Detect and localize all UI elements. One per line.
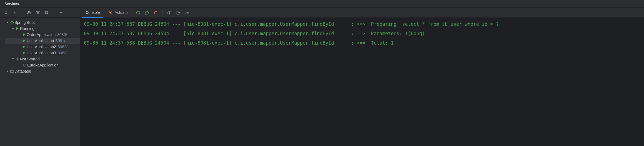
- collapse-all-button[interactable]: [12, 10, 18, 16]
- tree-label: Database: [14, 68, 31, 74]
- port-label: :8081/: [54, 38, 65, 44]
- console-output[interactable]: 09-30 11:24:37:587 DEBUG 24504 --- [nio-…: [80, 18, 644, 146]
- port-label: :8082/: [57, 44, 67, 50]
- panel-title: Services: [4, 2, 19, 6]
- titlebar: Services: [0, 0, 644, 8]
- chevron-down-icon: [11, 27, 15, 30]
- svg-point-3: [17, 58, 18, 60]
- tab-label: Console: [86, 10, 100, 15]
- actuator-icon: [109, 10, 113, 14]
- separator: [22, 10, 22, 16]
- services-tree-pane: Spring Boot Running OrderApplication :80…: [0, 8, 80, 146]
- tree-toolbar: [0, 8, 80, 18]
- tree-label: EurekaApplication: [27, 62, 59, 68]
- screenshot-button[interactable]: [166, 9, 173, 16]
- tree-node-spring-boot[interactable]: Spring Boot: [0, 19, 80, 25]
- tree-node-database[interactable]: Database: [0, 68, 80, 74]
- svg-point-6: [110, 12, 111, 13]
- separator: [54, 10, 54, 16]
- chevron-down-icon: [11, 57, 15, 61]
- svg-point-13: [196, 14, 196, 14]
- rerun-failed-button[interactable]: [144, 9, 150, 16]
- tree-node-app[interactable]: UserApplication :8081/: [5, 38, 80, 44]
- tree-node-app[interactable]: UserApplication3 :8083/: [5, 50, 80, 56]
- new-window-button[interactable]: [44, 10, 50, 16]
- log-line: 09-30 11:24:37:588 DEBUG 24504 --- [nio-…: [84, 38, 640, 48]
- tab-label: Actuator: [114, 10, 129, 15]
- tree-label: Spring Boot: [14, 19, 35, 25]
- chevron-right-icon: [6, 69, 9, 73]
- tab-console[interactable]: Console: [82, 8, 103, 18]
- running-apps: OrderApplication :8080/UserApplication :…: [0, 32, 80, 56]
- tree-label: UserApplication3: [27, 50, 56, 56]
- run-icon: [22, 33, 27, 36]
- spring-icon: [9, 21, 14, 25]
- svg-point-0: [28, 12, 29, 13]
- port-label: :8083/: [57, 50, 67, 56]
- filter-button[interactable]: [35, 10, 41, 16]
- log-line: 09-30 11:24:37:587 DEBUG 24504 --- [nio-…: [84, 29, 640, 38]
- show-hidden-button[interactable]: [26, 10, 32, 16]
- stop-button[interactable]: [152, 9, 159, 16]
- run-icon: [22, 39, 27, 42]
- spring-dim-icon: [22, 63, 27, 67]
- log-line: 09-30 11:24:37:587 DEBUG 24504 --- [nio-…: [84, 19, 640, 29]
- chevron-down-icon: [6, 21, 9, 24]
- expand-all-button[interactable]: [3, 10, 9, 16]
- folder-icon: [9, 69, 14, 73]
- tree-node-not-started[interactable]: Not Started: [0, 56, 80, 62]
- rerun-button[interactable]: [135, 9, 141, 16]
- profiler-button[interactable]: [184, 9, 191, 16]
- svg-point-11: [196, 11, 196, 11]
- gear-icon: [15, 57, 20, 61]
- svg-point-9: [169, 12, 170, 13]
- right-pane: Console Actuator: [80, 8, 644, 146]
- svg-rect-8: [168, 12, 171, 14]
- tree-label: UserApplication2: [27, 44, 56, 50]
- tree-label: UserApplication: [27, 38, 54, 44]
- separator: [162, 10, 163, 16]
- tree-node-app-not-started[interactable]: EurekaApplication: [0, 62, 80, 68]
- tab-actuator[interactable]: Actuator: [105, 8, 132, 18]
- more-button[interactable]: [193, 9, 199, 16]
- tree-node-running[interactable]: Running: [0, 25, 80, 32]
- services-tree[interactable]: Spring Boot Running OrderApplication :80…: [0, 18, 80, 146]
- exit-button[interactable]: [175, 9, 182, 16]
- tree-label: Running: [20, 25, 34, 32]
- tree-node-app[interactable]: UserApplication2 :8082/: [5, 44, 80, 50]
- tree-label: Not Started: [20, 56, 40, 62]
- tree-label: OrderApplication: [27, 32, 56, 38]
- port-label: :8080/: [56, 32, 67, 38]
- add-service-button[interactable]: [58, 10, 64, 16]
- run-icon: [22, 45, 27, 48]
- svg-point-12: [196, 12, 196, 13]
- tree-node-app[interactable]: OrderApplication :8080/: [5, 32, 80, 38]
- run-icon: [22, 52, 27, 54]
- svg-rect-7: [154, 11, 157, 14]
- content: Spring Boot Running OrderApplication :80…: [0, 8, 644, 146]
- run-icon: [15, 27, 20, 30]
- console-toolbar: Console Actuator: [80, 8, 644, 18]
